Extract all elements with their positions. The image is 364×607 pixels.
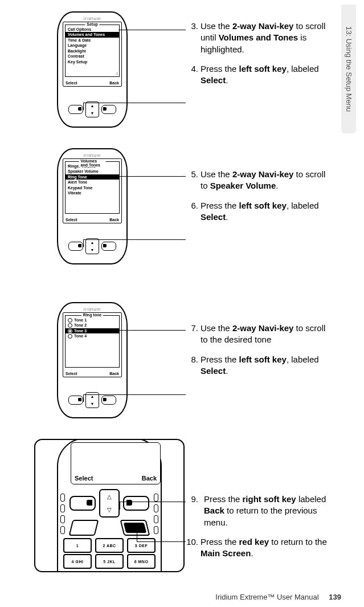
callout-line (118, 176, 186, 177)
side-pill-icon (60, 526, 65, 534)
callout-line (83, 394, 84, 402)
step-9: 9. Press the right soft key labeled Back… (186, 494, 328, 528)
callout-line (118, 30, 186, 30)
menu-item[interactable]: Language (66, 43, 119, 48)
menu-item[interactable]: Alert Tone (66, 180, 119, 185)
radio-option-highlighted[interactable]: Tone 3 (66, 328, 119, 333)
green-call-key[interactable] (69, 520, 99, 536)
brand-logo: iridium (63, 16, 122, 21)
navi-key[interactable]: △▽ (99, 489, 120, 518)
phone-illustration-volumes: iridium Volumes and Tones Ringer Volume … (57, 148, 125, 262)
brand-logo: iridium (63, 153, 122, 158)
right-softkey-button[interactable] (101, 242, 116, 251)
menu-item-highlighted[interactable]: Ring Tone (66, 174, 119, 180)
page-number: 139 (329, 593, 341, 601)
menu-item[interactable]: Time & Date (66, 38, 119, 43)
callout-line (83, 394, 186, 395)
setup-menu-list: Call Options Volumes and Tones Time & Da… (66, 25, 119, 64)
scroll-down-icon: ↓ (116, 71, 118, 76)
page-footer: Iridium Extreme™ User Manual 139 (215, 593, 341, 601)
instruction-block-1: 3. Use the 2-way Navi-key to scroll unti… (186, 21, 334, 94)
radio-option[interactable]: Tone 1 (66, 317, 119, 323)
side-pill-icon (60, 515, 65, 523)
menu-item[interactable]: Call Options (66, 27, 119, 32)
navi-key[interactable]: ▲▼ (85, 101, 99, 117)
callout-line (120, 502, 120, 510)
softkey-select-label: Select (66, 372, 77, 376)
side-pill-icon (154, 494, 158, 502)
chapter-side-tab: 13: Using the Setup Menu (341, 5, 356, 133)
left-softkey-button[interactable] (68, 396, 83, 405)
side-pill-icon (60, 494, 65, 502)
side-pill-icon (60, 504, 65, 512)
keypad-3[interactable]: 3 DEF (127, 538, 156, 553)
chapter-label: 13: Using the Setup Menu (345, 26, 353, 112)
menu-item[interactable]: Backlight (66, 48, 119, 54)
menu-item-highlighted[interactable]: Volumes and Tones (66, 32, 119, 37)
softkey-select-label: Select (66, 218, 77, 222)
instruction-block-2: 5. Use the 2-way Navi-key to scroll to S… (186, 169, 334, 231)
keypad-4[interactable]: 4 GHI (63, 554, 92, 569)
menu-item[interactable]: Key Setup (66, 59, 119, 64)
callout-line (120, 502, 186, 502)
red-end-key[interactable] (120, 520, 150, 536)
brand-logo: iridium (63, 307, 122, 312)
screen-title: Volumes and Tones (79, 159, 106, 167)
callout-line (137, 541, 186, 542)
menu-item[interactable]: Vibrate (66, 190, 119, 195)
radio-icon (68, 334, 72, 339)
step-8: 8. Press the left soft key, labeled Sele… (186, 354, 334, 377)
navi-key[interactable]: ▲▼ (85, 238, 99, 254)
callout-line (83, 239, 186, 240)
instruction-block-4: 9. Press the right soft key labeled Back… (186, 494, 328, 567)
step-6: 6. Press the left soft key, labeled Sele… (186, 200, 334, 223)
radio-icon (68, 329, 72, 333)
softkey-select-label: Select (75, 475, 93, 482)
softkey-back-label: Back (109, 218, 119, 222)
phone-screen: Select Back (71, 442, 161, 484)
keypad-6[interactable]: 6 MNO (127, 554, 156, 569)
step-10: 10. Press the red key to return to the M… (186, 536, 328, 560)
callout-line (83, 239, 84, 247)
keypad-5[interactable]: 5 JKL (95, 554, 124, 569)
left-softkey-button[interactable] (68, 242, 83, 251)
callout-line (118, 330, 186, 331)
keypad-1[interactable]: 1 (63, 538, 92, 553)
left-softkey-button[interactable] (69, 496, 96, 511)
phone-illustration-keypad: Select Back △▽ (34, 439, 185, 572)
right-softkey-button[interactable] (101, 396, 116, 405)
radio-icon (68, 323, 72, 328)
manual-page: 13: Using the Setup Menu iridium Setup C… (0, 0, 364, 607)
step-4: 4. Press the left soft key, labeled Sele… (186, 63, 334, 87)
menu-item[interactable]: Keypad Tone (66, 185, 119, 190)
menu-item[interactable]: Speaker Volume (66, 169, 119, 174)
softkey-back-label: Back (142, 475, 157, 482)
phone-illustration-setup: iridium Setup Call Options Volumes and T… (57, 11, 125, 125)
side-buttons-right (154, 494, 158, 534)
menu-item[interactable]: Contrast (66, 54, 119, 59)
instruction-block-3: 7. Use the 2-way Navi-key to scroll to t… (186, 323, 334, 385)
softkey-select-label: Select (66, 81, 77, 85)
radio-option[interactable]: Tone 2 (66, 323, 119, 328)
manual-title: Iridium Extreme™ User Manual (215, 593, 318, 601)
softkey-back-label: Back (109, 81, 119, 85)
keypad-2[interactable]: 2 ABC (95, 538, 124, 553)
step-3: 3. Use the 2-way Navi-key to scroll unti… (186, 21, 334, 55)
radio-icon (68, 318, 72, 323)
step-5: 5. Use the 2-way Navi-key to scroll to S… (186, 169, 334, 192)
screen-title: Setup (85, 22, 99, 26)
screen-title: Ring tone (81, 313, 103, 317)
side-pill-icon (154, 515, 158, 523)
side-buttons-left (60, 494, 65, 534)
right-softkey-button[interactable] (123, 496, 149, 511)
phone-illustration-ringtone: iridium Ring tone Tone 1 Tone 2 Tone 3 T… (57, 302, 125, 416)
right-softkey-button[interactable] (101, 105, 116, 114)
step-7: 7. Use the 2-way Navi-key to scroll to t… (186, 323, 334, 346)
side-pill-icon (154, 504, 158, 512)
ringtone-menu-list: Tone 1 Tone 2 Tone 3 Tone 4 (66, 316, 119, 339)
callout-line (137, 530, 137, 541)
radio-option[interactable]: Tone 4 (66, 333, 119, 339)
side-pill-icon (154, 526, 158, 534)
callout-line (83, 103, 186, 103)
left-softkey-button[interactable] (68, 105, 83, 114)
